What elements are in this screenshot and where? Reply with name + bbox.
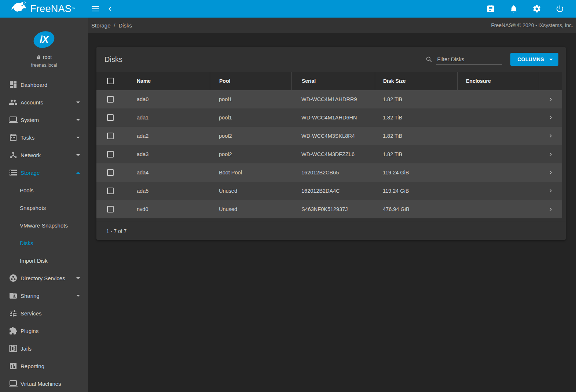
cell-disk-size: 119.24 GiB xyxy=(375,170,457,175)
sidebar-subitem-label: VMware-Snapshots xyxy=(20,222,68,229)
row-expand-button[interactable] xyxy=(539,169,562,176)
group-work-icon xyxy=(9,274,18,282)
cell-name: ada0 xyxy=(124,96,210,102)
task-manager-button[interactable] xyxy=(483,1,498,16)
column-header-disk-size[interactable]: Disk Size xyxy=(375,72,457,90)
copyright-text: FreeNAS® © 2020 - iXsystems, Inc. xyxy=(491,22,573,28)
row-checkbox[interactable] xyxy=(107,114,114,121)
breadcrumb-storage[interactable]: Storage xyxy=(91,22,111,29)
power-button[interactable] xyxy=(553,1,567,16)
page-title: Disks xyxy=(104,55,425,64)
gear-icon xyxy=(532,4,541,13)
settings-button[interactable] xyxy=(529,1,544,16)
row-checkbox[interactable] xyxy=(107,96,114,103)
pagination-label: 1 - 7 of 7 xyxy=(106,228,126,234)
table-row[interactable]: nvd0UnusedS463NF0K512937J476.94 GiB xyxy=(96,200,562,218)
cell-name: ada2 xyxy=(124,133,210,139)
sidebar-item-sharing[interactable]: Sharing xyxy=(0,287,88,304)
cell-pool: Unused xyxy=(210,206,291,212)
cell-name: ada4 xyxy=(124,170,210,175)
laptop-icon xyxy=(9,115,18,124)
columns-button[interactable]: COLUMNS xyxy=(510,53,558,66)
table-row[interactable]: ada0pool1WD-WCC4M1AHDRR91.82 TiB xyxy=(96,90,562,108)
select-all-checkbox[interactable] xyxy=(107,78,114,84)
sidebar-item-directory-services[interactable]: Directory Services xyxy=(0,269,88,287)
sidebar-item-label: Plugins xyxy=(21,328,80,334)
sidebar-item-storage[interactable]: Storage xyxy=(0,164,88,181)
sidebar-item-services[interactable]: Services xyxy=(0,304,88,322)
column-header-pool[interactable]: Pool xyxy=(210,72,291,90)
sidebar-item-label: Jails xyxy=(21,345,80,352)
sidebar-subitem-snapshots[interactable]: Snapshots xyxy=(0,199,88,217)
sidebar-item-tasks[interactable]: Tasks xyxy=(0,129,88,146)
row-checkbox[interactable] xyxy=(107,169,114,176)
row-expand-button[interactable] xyxy=(539,133,562,139)
laptop-icon xyxy=(9,379,18,388)
row-expand-button[interactable] xyxy=(539,114,562,121)
row-expand-button[interactable] xyxy=(539,206,562,212)
sidebar-item-virtual-machines[interactable]: Virtual Machines xyxy=(0,375,88,392)
disks-table: Name Pool Serial Disk Size Enclosure ada… xyxy=(96,72,562,218)
user-profile: iX root freenas.local xyxy=(0,18,88,68)
chevron-down-icon xyxy=(76,154,80,156)
table-row[interactable]: ada4Boot Pool162012B2CB65119.24 GiB xyxy=(96,163,562,182)
sidebar-subitem-label: Disks xyxy=(20,240,33,246)
sidebar-item-accounts[interactable]: Accounts xyxy=(0,93,88,111)
cell-pool: pool1 xyxy=(210,96,291,102)
filter-disks-input[interactable] xyxy=(436,54,502,64)
sidebar-item-jails[interactable]: Jails xyxy=(0,340,88,357)
sidebar-item-dashboard[interactable]: Dashboard xyxy=(0,76,88,93)
chevron-down-icon xyxy=(76,119,80,121)
cell-serial: WD-WCC4M3DFZZL6 xyxy=(291,151,375,157)
table-header-row: Name Pool Serial Disk Size Enclosure xyxy=(96,72,562,90)
cell-disk-size: 1.82 TiB xyxy=(375,133,457,139)
sidebar-item-system[interactable]: System xyxy=(0,111,88,129)
sidebar-subitem-label: Pools xyxy=(20,187,34,193)
sidebar-item-network[interactable]: Network xyxy=(0,146,88,164)
chevron-down-icon xyxy=(76,101,80,103)
row-checkbox[interactable] xyxy=(107,133,114,139)
sidebar-subitem-pools[interactable]: Pools xyxy=(0,181,88,199)
sidebar-item-reporting[interactable]: Reporting xyxy=(0,357,88,375)
sidebar-subitem-disks[interactable]: Disks xyxy=(0,234,88,252)
sidebar: iX root freenas.local DashboardAccountsS… xyxy=(0,18,88,392)
chevron-up-icon xyxy=(76,172,80,174)
notifications-button[interactable] xyxy=(506,1,521,16)
table-row[interactable]: ada1pool1WD-WCC4M1AHD6HN1.82 TiB xyxy=(96,108,562,127)
sidebar-item-label: Services xyxy=(21,310,80,317)
sidebar-item-plugins[interactable]: Plugins xyxy=(0,322,88,340)
table-body: ada0pool1WD-WCC4M1AHDRR91.82 TiBada1pool… xyxy=(96,90,562,218)
puzzle-icon xyxy=(9,326,18,335)
bar-chart-icon xyxy=(9,362,18,370)
main-content: Disks COLUMNS Name Pool Serial Disk Size… xyxy=(88,33,576,392)
brand-trademark: ™ xyxy=(72,7,75,11)
breadcrumb-disks[interactable]: Disks xyxy=(118,22,132,29)
row-expand-button[interactable] xyxy=(539,151,562,158)
cell-pool: pool2 xyxy=(210,151,291,157)
table-row[interactable]: ada3pool2WD-WCC4M3DFZZL61.82 TiB xyxy=(96,145,562,163)
row-expand-button[interactable] xyxy=(539,96,562,103)
row-checkbox[interactable] xyxy=(107,188,114,194)
column-header-name[interactable]: Name xyxy=(124,72,210,90)
cell-pool: Boot Pool xyxy=(210,170,291,175)
cell-name: ada3 xyxy=(124,151,210,157)
filter-control xyxy=(425,54,502,64)
column-header-serial[interactable]: Serial xyxy=(291,72,375,90)
cell-serial: WD-WCC4M1AHD6HN xyxy=(291,115,375,121)
sidebar-subitem-vmware-snapshots[interactable]: VMware-Snapshots xyxy=(0,217,88,234)
row-checkbox[interactable] xyxy=(107,151,114,158)
cell-pool: pool1 xyxy=(210,115,291,121)
sidebar-subitem-import-disk[interactable]: Import Disk xyxy=(0,252,88,269)
row-expand-button[interactable] xyxy=(539,188,562,194)
device-hub-icon xyxy=(9,151,18,159)
table-row[interactable]: ada5Unused162012B2DA4C119.24 GiB xyxy=(96,182,562,200)
sidebar-item-label: System xyxy=(21,117,76,123)
menu-toggle-button[interactable] xyxy=(88,1,103,16)
column-header-enclosure[interactable]: Enclosure xyxy=(457,72,539,90)
cell-disk-size: 1.82 TiB xyxy=(375,151,457,157)
back-button[interactable] xyxy=(103,1,117,16)
row-checkbox[interactable] xyxy=(107,206,114,212)
cell-pool: pool2 xyxy=(210,133,291,139)
table-row[interactable]: ada2pool2WD-WCC4M3SKL8R41.82 TiB xyxy=(96,127,562,145)
storage-icon xyxy=(9,168,18,177)
